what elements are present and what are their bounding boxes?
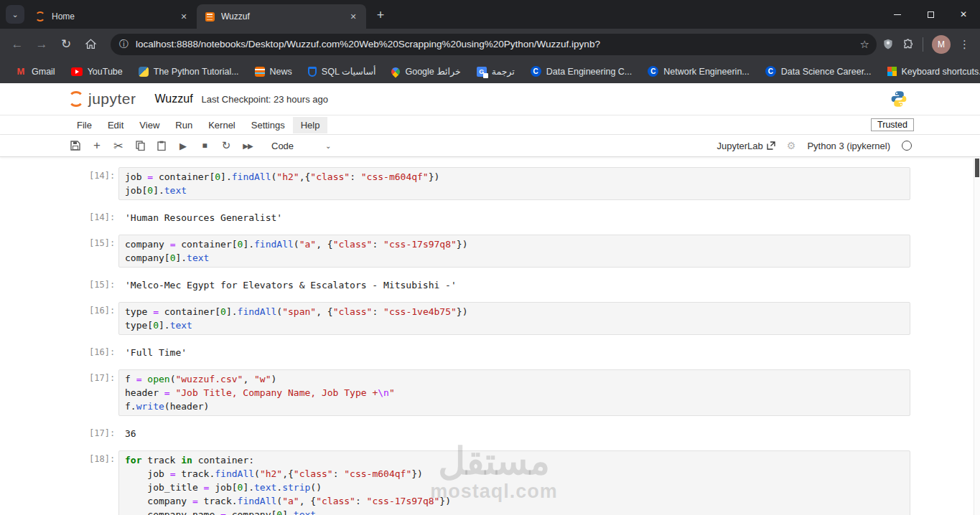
address-bar[interactable]: ⓘ localhost:8888/notebooks/Desktop/Wuzzu… [111, 34, 877, 55]
notebook-cell-output: [15]:'Melco-Mec Egypt for Elevators & Es… [0, 276, 980, 292]
bookmark-item[interactable]: YouTube [65, 65, 129, 79]
tab-close-icon[interactable]: ✕ [347, 11, 359, 22]
code-input-area[interactable]: for track in container: job = track.find… [118, 450, 910, 515]
bookmark-item[interactable]: Keyboard shortcuts... [881, 65, 980, 79]
browser-menu-icon[interactable]: ⋮ [959, 38, 970, 51]
menu-items: FileEditViewRunKernelSettingsHelp [69, 117, 327, 133]
bookmark-item[interactable]: CNetwork Engineerin... [641, 64, 756, 79]
cell-type-dropdown[interactable]: Code ⌄ [271, 141, 331, 151]
add-cell-icon[interactable]: + [86, 138, 108, 153]
code-input-area[interactable]: type = container[0].findAll("span", {"cl… [118, 302, 910, 335]
menu-file[interactable]: File [69, 117, 100, 133]
kernel-status-icon [902, 141, 912, 151]
bookmark-item[interactable]: MGmail [9, 64, 62, 80]
bookmark-item[interactable]: Gترجمة [470, 64, 521, 79]
minimize-button[interactable] [881, 0, 914, 29]
translate-icon: G [477, 67, 487, 77]
bookmark-label: Gmail [32, 67, 55, 77]
open-jupyterlab-link[interactable]: JupyterLab [717, 141, 775, 151]
youtube-icon [71, 67, 83, 76]
cell-prompt: [14]: [89, 167, 118, 181]
chevron-down-icon: ⌄ [325, 142, 331, 150]
paste-cell-icon[interactable] [151, 141, 172, 151]
notebook-favicon-icon [204, 11, 215, 22]
jupyter-logo-text: jupyter [88, 90, 136, 108]
bookmark-label: Network Engineerin... [663, 67, 750, 77]
save-icon[interactable] [65, 141, 86, 151]
external-link-icon [767, 141, 775, 150]
bookmark-star-icon[interactable]: ☆ [860, 38, 869, 51]
jupyter-logo[interactable]: jupyter [68, 90, 136, 108]
bookmark-item[interactable]: News [248, 65, 299, 79]
notebook-title: Wuzzuf [155, 93, 193, 105]
bookmark-item[interactable]: The Python Tutorial... [132, 65, 246, 79]
privacy-shield-icon[interactable] [882, 38, 894, 50]
notebook-header: jupyter Wuzzuf Last Checkpoint: 23 hours… [0, 83, 980, 115]
cell-output-text: 'Melco-Mec Egypt for Elevators & Escalat… [118, 276, 462, 292]
bookmark-label: ترجمة [492, 66, 515, 77]
menu-edit[interactable]: Edit [100, 117, 131, 133]
bookmark-item[interactable]: SQL أساسيات [302, 64, 383, 79]
bookmark-label: Data Engineering C... [546, 67, 633, 77]
tab-wuzzuf[interactable]: Wuzzuf ✕ [197, 4, 366, 29]
home-icon[interactable] [80, 34, 101, 55]
kernel-name[interactable]: Python 3 (ipykernel) [807, 141, 890, 151]
jupyter-page: jupyter Wuzzuf Last Checkpoint: 23 hours… [0, 83, 980, 515]
scrollbar-thumb[interactable] [975, 159, 979, 177]
close-window-button[interactable]: ✕ [947, 0, 980, 29]
cut-cell-icon[interactable]: ✂ [108, 139, 129, 153]
tab-title: Home [52, 11, 178, 22]
notebook-body: [14]:job = container[0].findAll("h2",{"c… [0, 159, 980, 515]
python-logo-icon [890, 90, 908, 108]
bookmark-item[interactable]: CData Science Career... [759, 64, 878, 79]
cell-type-value: Code [271, 141, 294, 151]
code-input-area[interactable]: job = container[0].findAll("h2",{"class"… [118, 167, 910, 200]
bookmark-label: Google خرائط [405, 66, 460, 77]
toolbar-right: M ⋮ [882, 35, 973, 54]
menu-run[interactable]: Run [167, 117, 200, 133]
maximize-button[interactable] [914, 0, 947, 29]
menu-view[interactable]: View [131, 117, 167, 133]
bookmark-label: The Python Tutorial... [154, 67, 239, 77]
maps-icon [390, 65, 402, 77]
menu-help[interactable]: Help [293, 117, 328, 133]
tab-home[interactable]: Home ✕ [27, 4, 197, 29]
url-text[interactable]: localhost:8888/notebooks/Desktop/Wuzzuf.… [136, 39, 854, 49]
bookmark-label: Data Science Career... [781, 67, 872, 77]
run-cell-icon[interactable]: ▶ [172, 141, 194, 151]
run-all-icon[interactable]: ▶▶ [237, 142, 258, 150]
scrollbar[interactable] [974, 159, 980, 515]
python-icon [139, 67, 149, 77]
cell-prompt: [18]: [89, 450, 118, 464]
code-input-area[interactable]: company = container[0].findAll("a", {"cl… [118, 235, 910, 268]
code-input-area[interactable]: f = open("wuzzuf.csv", "w") header = "Jo… [118, 369, 910, 416]
toolbar-right-group: JupyterLab ⚙ Python 3 (ipykernel) [717, 140, 912, 151]
news-icon [255, 67, 265, 77]
back-icon[interactable]: ← [7, 34, 27, 55]
profile-avatar[interactable]: M [932, 35, 951, 54]
microsoft-icon [887, 67, 897, 76]
bookmark-item[interactable]: Google خرائط [385, 64, 467, 79]
bookmarks-bar: MGmailYouTubeThe Python Tutorial...NewsS… [0, 60, 980, 83]
checkpoint-status: Last Checkpoint: 23 hours ago [202, 94, 328, 105]
restart-kernel-icon[interactable]: ↻ [215, 139, 237, 152]
copy-cell-icon[interactable] [129, 141, 151, 151]
menu-settings[interactable]: Settings [243, 117, 293, 133]
debugger-icon[interactable]: ⚙ [787, 140, 796, 151]
menu-kernel[interactable]: Kernel [200, 117, 243, 133]
trusted-badge[interactable]: Trusted [871, 118, 914, 131]
extensions-puzzle-icon[interactable] [902, 39, 914, 50]
forward-icon[interactable]: → [32, 34, 52, 55]
cell-prompt: [16]: [89, 344, 118, 357]
tab-search-button[interactable]: ⌄ [6, 5, 24, 24]
bookmark-label: Keyboard shortcuts... [902, 67, 980, 77]
cell-prompt: [17]: [89, 425, 118, 438]
site-info-icon[interactable]: ⓘ [119, 38, 129, 51]
notebook-cell-output: [14]:'Human Resources Generalist' [0, 209, 980, 225]
tab-close-icon[interactable]: ✕ [178, 11, 190, 22]
new-tab-button[interactable]: + [370, 5, 391, 25]
reload-icon[interactable]: ↻ [56, 34, 76, 55]
bookmark-item[interactable]: CData Engineering C... [524, 64, 639, 79]
stop-kernel-icon[interactable]: ■ [194, 141, 215, 151]
browser-titlebar: ⌄ Home ✕ Wuzzuf ✕ + ✕ [0, 0, 980, 29]
